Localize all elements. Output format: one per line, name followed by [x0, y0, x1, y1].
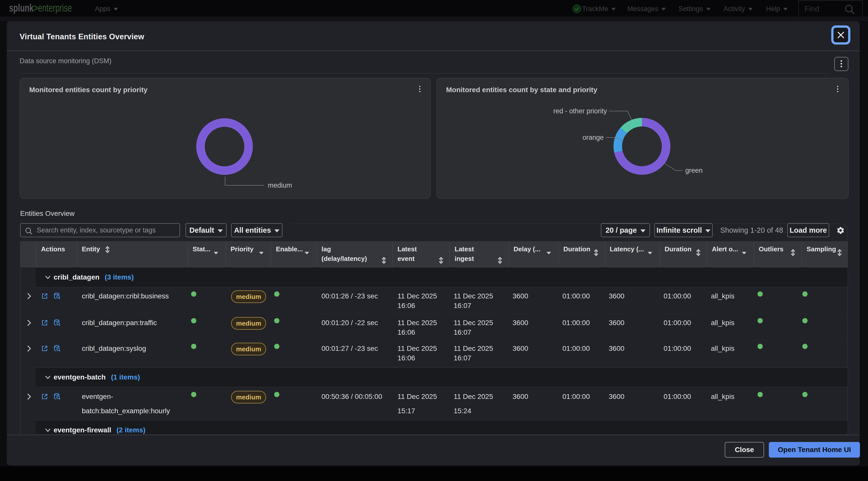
svg-text:medium: medium [268, 182, 292, 189]
svg-text:orange: orange [583, 134, 604, 141]
svg-text:green: green [685, 167, 703, 174]
svg-text:red - other priority: red - other priority [553, 107, 607, 115]
